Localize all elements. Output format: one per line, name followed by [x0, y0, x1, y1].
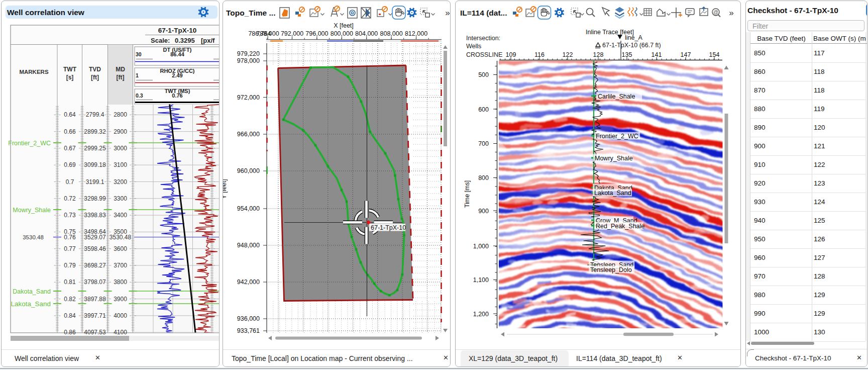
svg-text:IL=114 (dat...: IL=114 (dat... — [460, 9, 507, 17]
svg-text:Dakota_Sand: Dakota_Sand — [13, 288, 51, 295]
svg-text:Frontier_2_WC: Frontier_2_WC — [596, 133, 638, 140]
svg-text:4097.53: 4097.53 — [84, 329, 106, 336]
svg-text:3530.48: 3530.48 — [110, 234, 132, 241]
svg-text:MD: MD — [116, 66, 125, 73]
svg-text:1,100: 1,100 — [473, 276, 489, 284]
svg-text:500: 500 — [478, 71, 489, 78]
svg-text:3099.18: 3099.18 — [84, 161, 106, 168]
svg-text:3997.71: 3997.71 — [84, 312, 106, 319]
svg-text:0.67: 0.67 — [64, 145, 76, 152]
svg-text:0.82: 0.82 — [64, 296, 76, 303]
svg-text:Red_Peak_Shale: Red_Peak_Shale — [596, 223, 644, 230]
svg-text:936,000: 936,000 — [237, 315, 260, 322]
svg-text:CROSSLINE: CROSSLINE — [466, 51, 502, 58]
svg-text:»: » — [445, 8, 450, 18]
svg-text:0.7: 0.7 — [66, 178, 74, 186]
svg-text:800,000: 800,000 — [331, 30, 353, 37]
svg-text:0.77: 0.77 — [64, 245, 76, 252]
svg-text:792,000: 792,000 — [281, 30, 303, 37]
svg-text:966,000: 966,000 — [237, 131, 260, 138]
svg-text:Lakota_Sand: Lakota_Sand — [594, 190, 631, 197]
svg-text:796,000: 796,000 — [305, 30, 328, 37]
svg-text:Topo_Time ...: Topo_Time ... — [226, 9, 275, 17]
svg-text:Intersection:: Intersection: — [466, 35, 500, 42]
svg-text:3400: 3400 — [114, 212, 127, 219]
svg-text:67-1-TpX-10: 67-1-TpX-10 — [371, 224, 406, 231]
svg-text:804,000: 804,000 — [355, 30, 378, 37]
svg-text:[px/f: [px/f — [201, 37, 215, 44]
svg-text:TVD: TVD — [89, 66, 101, 73]
svg-text:979,220: 979,220 — [237, 50, 260, 57]
svg-text:4100: 4100 — [114, 329, 127, 336]
svg-text:3700: 3700 — [114, 262, 127, 269]
svg-text:line_A: line_A — [625, 34, 642, 41]
svg-text:948,000: 948,000 — [237, 242, 260, 249]
svg-text:2900: 2900 — [114, 128, 127, 135]
svg-text:3800: 3800 — [114, 279, 127, 286]
svg-text:Mowry_Shale: Mowry_Shale — [595, 155, 633, 162]
svg-text:»: » — [729, 8, 733, 18]
svg-text:2799.4: 2799.4 — [86, 111, 104, 118]
svg-text:1,000: 1,000 — [473, 243, 489, 250]
svg-text:0.76: 0.76 — [172, 92, 182, 99]
svg-text:3529.07: 3529.07 — [84, 234, 106, 241]
svg-text:Frontier_2_WC: Frontier_2_WC — [8, 140, 51, 147]
svg-text:0.69: 0.69 — [64, 161, 76, 168]
svg-text:@: @ — [713, 10, 718, 15]
svg-text:0.64: 0.64 — [64, 111, 76, 118]
svg-text:[ft]: [ft] — [91, 74, 99, 81]
svg-text:0.3: 0.3 — [136, 92, 143, 99]
svg-text:67-1-TpX-10 (66.7 ft): 67-1-TpX-10 (66.7 ft) — [602, 42, 661, 49]
svg-text:Wells: Wells — [466, 43, 481, 50]
svg-text:3598.46: 3598.46 — [84, 245, 106, 252]
svg-text:MARKERS: MARKERS — [19, 69, 48, 75]
svg-text:30: 30 — [136, 51, 142, 57]
svg-text:0.86: 0.86 — [64, 329, 76, 336]
svg-text:1: 1 — [136, 72, 139, 78]
svg-text:0.72: 0.72 — [64, 195, 76, 202]
svg-text:3100: 3100 — [114, 161, 127, 168]
svg-text:Tensleep_Dolo: Tensleep_Dolo — [590, 266, 632, 273]
svg-text:3897.88: 3897.88 — [84, 296, 106, 303]
svg-text:2999.25: 2999.25 — [84, 145, 106, 152]
svg-text:900: 900 — [478, 208, 489, 215]
svg-text:600: 600 — [478, 106, 489, 113]
svg-text:Y [feet]: Y [feet] — [223, 179, 228, 199]
svg-text:Carlile_Shale: Carlile_Shale — [598, 93, 635, 100]
svg-text:0.81: 0.81 — [64, 279, 76, 286]
svg-text:0.84: 0.84 — [64, 312, 76, 319]
svg-text:700: 700 — [478, 140, 489, 147]
svg-text:3199.1: 3199.1 — [86, 178, 104, 186]
svg-text:3530.48: 3530.48 — [23, 234, 44, 240]
svg-text:3600: 3600 — [114, 245, 127, 252]
svg-text:Mowry_Shale: Mowry_Shale — [13, 207, 51, 214]
svg-text:86.44: 86.44 — [170, 51, 184, 57]
svg-text:Lakota_Sand: Lakota_Sand — [11, 300, 51, 308]
svg-text:1,200: 1,200 — [473, 311, 489, 318]
svg-text:3298.99: 3298.99 — [84, 195, 106, 202]
svg-text:800: 800 — [478, 174, 489, 181]
svg-text:3300: 3300 — [114, 195, 127, 202]
svg-text:2.49: 2.49 — [172, 72, 182, 78]
svg-text:0.79: 0.79 — [64, 262, 76, 269]
svg-text:954,000: 954,000 — [237, 205, 260, 212]
svg-text:3900: 3900 — [114, 296, 127, 303]
svg-text:3398.83: 3398.83 — [84, 212, 106, 219]
svg-text:2800: 2800 — [114, 111, 127, 118]
svg-text:788,000: 788,000 — [256, 30, 279, 37]
svg-text:3200: 3200 — [114, 178, 127, 186]
svg-text:Time [ms]: Time [ms] — [464, 180, 471, 208]
svg-text:978,000: 978,000 — [237, 57, 260, 64]
svg-text:812,000: 812,000 — [405, 30, 427, 37]
svg-text:4000: 4000 — [114, 312, 127, 319]
svg-text:3698.27: 3698.27 — [84, 262, 106, 269]
svg-text:3000: 3000 — [114, 145, 127, 152]
svg-text:0.76: 0.76 — [64, 234, 76, 241]
svg-text:TWT: TWT — [63, 66, 77, 73]
svg-text:67-1-TpX-10: 67-1-TpX-10 — [158, 27, 197, 34]
svg-text:X [feet]: X [feet] — [334, 22, 354, 29]
svg-text:960,000: 960,000 — [237, 167, 260, 174]
svg-text:942,000: 942,000 — [237, 279, 260, 286]
svg-text:Well correlation view: Well correlation view — [7, 8, 85, 17]
svg-text:0.66: 0.66 — [64, 128, 76, 135]
